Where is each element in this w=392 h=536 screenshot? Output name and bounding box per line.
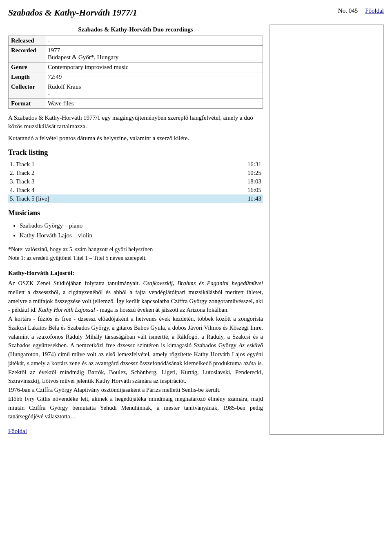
title-text: Szabados & Kathy-Horváth 1977/1 xyxy=(8,7,137,18)
track-2-label: 2. Track 2 xyxy=(10,170,34,176)
table-row: Format Wave files xyxy=(9,99,263,109)
collector-label: Collector xyxy=(9,82,45,99)
description-text: A Szabados & Kathy-Horváth 1977/1 egy ma… xyxy=(8,114,263,131)
recorded-label: Recorded xyxy=(9,46,45,63)
main-page-link-top[interactable]: Főoldal xyxy=(365,7,384,14)
table-row: Length 72:49 xyxy=(9,72,263,82)
musician-item-1: Szabados György – piano xyxy=(20,221,263,230)
right-panel-image xyxy=(270,25,384,435)
track-4-label: 4. Track 4 xyxy=(10,187,34,194)
bio-heading: Kathy-Horváth Lajosról: xyxy=(8,270,263,277)
track-item-4: 4. Track 4 16:05 xyxy=(8,186,263,194)
track-item-1: 1. Track 1 16:31 xyxy=(8,160,263,169)
page-title: Szabados & Kathy-Horváth 1977/1 xyxy=(8,7,137,18)
main-page-link-bottom[interactable]: Főoldal xyxy=(8,428,27,434)
collector-value: Rudolf Kraus- xyxy=(45,82,263,99)
table-row: Collector Rudolf Kraus- xyxy=(9,82,263,99)
musicians-list: Szabados György – piano Kathy-Horváth La… xyxy=(8,221,263,240)
genre-value: Contemporary improvised music xyxy=(45,63,263,72)
track-1-label: 1. Track 1 xyxy=(10,161,34,168)
track-1-duration: 16:31 xyxy=(247,161,261,168)
info-table: Szabados & Kathy-Horváth Duo recordings … xyxy=(8,25,263,109)
track-list: 1. Track 1 16:31 2. Track 2 10:25 3. Tra… xyxy=(8,160,263,203)
research-note: Kutatandó a felvétel pontos dátuma és he… xyxy=(8,134,263,143)
track-3-label: 3. Track 3 xyxy=(10,178,34,185)
track-item-2: 2. Track 2 10:25 xyxy=(8,169,263,177)
header-right: No. 045 Főoldal xyxy=(338,7,384,14)
notes-section: *Note: valószínű, hogy az 5. szám hangzo… xyxy=(8,245,263,262)
catalog-number: No. 045 xyxy=(338,7,358,14)
track-item-5: 5. Track 5 [live] 11:43 xyxy=(8,194,263,203)
bio-section: Kathy-Horváth Lajosról: Az OSZK Zenei St… xyxy=(8,270,263,421)
musicians-heading: Musicians xyxy=(8,209,263,217)
track-item-3: 3. Track 3 18:03 xyxy=(8,177,263,186)
content-layout: Szabados & Kathy-Horváth Duo recordings … xyxy=(8,25,384,435)
track-4-duration: 16:05 xyxy=(247,187,261,194)
page-header: Szabados & Kathy-Horváth 1977/1 No. 045 … xyxy=(8,7,384,18)
format-value: Wave files xyxy=(45,99,263,109)
musician-item-2: Kathy-Horváth Lajos – violin xyxy=(20,230,263,240)
note-star: *Note: valószínű, hogy az 5. szám hangzo… xyxy=(8,245,263,254)
recorded-value: 1977Budapest & Győr*, Hungary xyxy=(45,46,263,63)
format-label: Format xyxy=(9,99,45,109)
track-3-duration: 18:03 xyxy=(247,178,261,185)
track-2-duration: 10:25 xyxy=(247,170,261,176)
track-5-label: 5. Track 5 [live] xyxy=(10,195,49,202)
released-value: - xyxy=(45,36,263,46)
track-5-duration: 11:43 xyxy=(247,195,261,202)
genre-label: Genre xyxy=(9,63,45,72)
released-label: Released xyxy=(9,36,45,46)
length-value: 72:49 xyxy=(45,72,263,82)
length-label: Length xyxy=(9,72,45,82)
table-row: Recorded 1977Budapest & Győr*, Hungary xyxy=(9,46,263,63)
table-row: Genre Contemporary improvised music xyxy=(9,63,263,72)
table-caption: Szabados & Kathy-Horváth Duo recordings xyxy=(8,25,263,36)
table-row: Released - xyxy=(9,36,263,46)
left-panel: Szabados & Kathy-Horváth Duo recordings … xyxy=(8,25,263,435)
track-listing-heading: Track listing xyxy=(8,148,263,157)
musicians-section: Musicians Szabados György – piano Kathy-… xyxy=(8,209,263,240)
footer-link-container: Főoldal xyxy=(8,428,263,435)
bio-text: Az OSZK Zenei Stúdiójában folytatta tanu… xyxy=(8,279,263,421)
note-1: Note 1: az eredeti gyűjtőnél Titel 1 – T… xyxy=(8,254,263,262)
